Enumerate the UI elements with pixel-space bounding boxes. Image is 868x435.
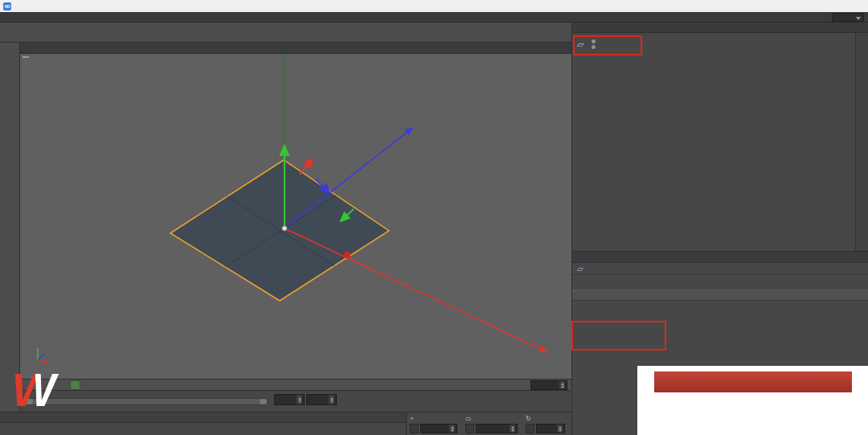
preview-range-slider[interactable] <box>25 398 268 405</box>
stepper-icon[interactable] <box>449 425 455 433</box>
rotation-icon: ↻ <box>526 415 531 422</box>
material-manager <box>0 412 406 435</box>
palette-dock <box>855 33 868 251</box>
viewport <box>20 43 571 379</box>
viewport-menu <box>20 43 571 54</box>
position-icon: + <box>410 415 414 422</box>
transport-bar <box>20 390 571 412</box>
cinema4d-window: 4D <box>0 0 868 435</box>
ad-overlay <box>637 366 868 435</box>
attribute-section-header[interactable] <box>572 289 868 301</box>
stepper-icon[interactable] <box>297 395 302 404</box>
object-row[interactable]: ▱ <box>577 38 602 51</box>
attribute-menu <box>572 252 868 263</box>
plane-object[interactable] <box>170 160 389 301</box>
position-x-field[interactable] <box>420 424 457 433</box>
rotation-axis-chip <box>526 424 534 433</box>
menu-bar <box>0 12 868 23</box>
world-axes-indicator <box>38 348 49 363</box>
stepper-icon[interactable] <box>329 395 334 404</box>
current-frame-field[interactable] <box>530 380 567 390</box>
app-icon: 4D <box>3 2 11 10</box>
editor-visibility-dot <box>592 39 596 43</box>
view-label <box>23 56 29 58</box>
mode-toolbar <box>0 43 20 412</box>
object-origin-handle[interactable] <box>282 226 287 231</box>
stepper-icon[interactable] <box>559 381 565 389</box>
position-axis-chip <box>410 424 419 433</box>
attribute-tabs <box>572 275 868 289</box>
size-icon: ▭ <box>465 415 472 422</box>
attribute-rows <box>572 301 868 304</box>
timeline-ruler[interactable] <box>20 379 571 390</box>
attribute-title-row: ▱ <box>572 263 868 275</box>
rotation-h-field[interactable] <box>536 424 565 433</box>
viewport-canvas[interactable] <box>20 54 571 379</box>
plane-object-icon: ▱ <box>577 265 583 273</box>
interface-select[interactable] <box>832 13 864 22</box>
stepper-icon[interactable] <box>510 425 515 433</box>
size-axis-chip <box>465 424 474 433</box>
size-x-field[interactable] <box>476 424 518 433</box>
scene-3d[interactable] <box>20 54 571 379</box>
object-manager: ▱ <box>572 33 868 251</box>
attribute-menu-icons <box>865 252 868 262</box>
stepper-icon[interactable] <box>557 425 563 433</box>
timeline-ticks <box>70 380 524 390</box>
plane-object-icon: ▱ <box>577 39 583 50</box>
range-start-field[interactable] <box>274 394 305 405</box>
x-axis-handle[interactable] <box>285 228 546 351</box>
gizmo-x-arrow-icon[interactable] <box>300 160 312 174</box>
material-menu <box>0 412 406 423</box>
ad-brand-banner <box>654 371 852 392</box>
visibility-toggles[interactable] <box>592 39 596 49</box>
title-bar: 4D <box>0 0 868 12</box>
object-manager-menu <box>572 23 868 33</box>
range-end-field[interactable] <box>306 394 337 405</box>
render-visibility-dot <box>592 45 596 49</box>
x-axis-grab-dot[interactable] <box>344 252 350 258</box>
